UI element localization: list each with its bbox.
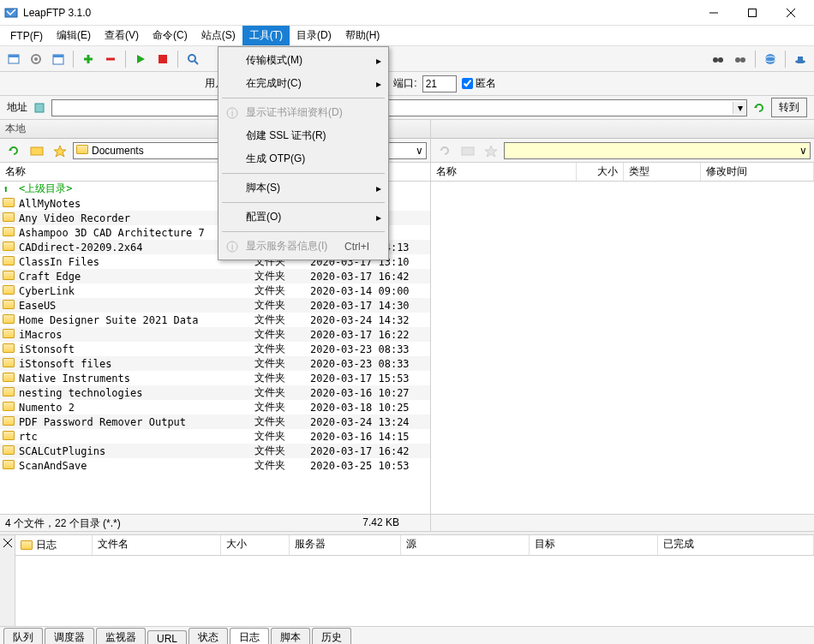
rcol-type[interactable]: 类型 [624,163,701,181]
lcol-size[interactable]: 大小 [221,535,290,555]
refresh-icon[interactable] [752,101,766,115]
dropdown-item[interactable]: 配置(O)▸ [220,206,386,229]
svg-point-22 [765,54,775,64]
globe-icon[interactable] [760,49,781,69]
svg-rect-15 [159,55,167,63]
bottom-tab-脚本[interactable]: 脚本 [271,628,310,644]
tools-dropdown: 传输模式(M)▸在完成时(C)▸i显示证书详细资料(D)创建 SSL 证书(R)… [218,46,389,260]
log-body[interactable] [15,556,814,626]
main-toolbar [0,46,814,72]
file-row[interactable]: iMacros文件夹2020-03-17 16:22 [0,327,430,342]
rcol-name[interactable]: 名称 [431,163,577,181]
remote-path-combo[interactable]: ∨ [504,142,811,159]
dropdown-item[interactable]: 生成 OTP(G) [220,147,386,170]
gear-icon[interactable] [26,49,46,69]
svg-marker-32 [485,146,497,157]
rcol-size[interactable]: 大小 [577,163,624,181]
port-input[interactable] [422,75,457,92]
lcol-source[interactable]: 源 [401,535,530,555]
rcol-date[interactable]: 修改时间 [701,163,814,181]
close-panel-button[interactable] [0,535,15,626]
bottom-tab-监视器[interactable]: 监视器 [96,628,146,644]
bottom-tabs: 队列调度器监视器URL状态日志脚本历史 [0,626,814,644]
go-button[interactable]: 转到 [771,98,807,117]
menu-item-4[interactable]: 站点(S) [195,26,242,45]
address-combo[interactable]: ▾ [51,99,747,116]
minimize-button[interactable] [694,1,733,25]
lcol-done[interactable]: 已完成 [658,535,814,555]
folder-remote-icon[interactable] [458,140,478,161]
folder-icon [76,145,88,157]
dropdown-item[interactable]: 在完成时(C)▸ [220,72,386,95]
file-row[interactable]: EaseUS文件夹2020-03-17 14:30 [0,298,430,313]
dropdown-item[interactable]: 创建 SSL 证书(R) [220,124,386,147]
refresh-remote-icon[interactable] [434,140,455,161]
dropdown-item[interactable]: 脚本(S)▸ [220,176,386,200]
file-row[interactable]: rtc文件夹2020-03-16 14:15 [0,429,430,444]
menu-item-1[interactable]: 编辑(E) [50,26,98,45]
svg-rect-25 [798,57,803,62]
lcol-file[interactable]: 文件名 [93,535,221,555]
close-button[interactable] [771,1,810,25]
calendar-icon[interactable] [48,49,69,69]
hat-icon[interactable] [790,49,811,69]
address-toolbar: 地址 ▾ 转到 [0,96,814,120]
remote-toolbar: ∨ [431,139,814,163]
connection-toolbar: 用户: 端口: 匿名 [0,72,814,96]
menu-item-3[interactable]: 命令(C) [146,26,195,45]
add-icon[interactable] [78,49,99,69]
col-name[interactable]: 名称 [0,163,240,181]
menu-item-6[interactable]: 目录(D) [290,26,338,45]
port-label: 端口: [393,76,416,91]
file-row[interactable]: Native Instruments文件夹2020-03-17 15:53 [0,371,430,385]
file-row[interactable]: SCALCutPlugins文件夹2020-03-17 16:42 [0,444,430,458]
menu-item-7[interactable]: 帮助(H) [338,26,387,45]
file-row[interactable]: CyberLink文件夹2020-03-14 09:00 [0,283,430,298]
remote-file-list[interactable] [431,182,814,514]
bottom-tab-历史[interactable]: 历史 [312,628,351,644]
file-row[interactable]: Home Designer Suite 2021 Data文件夹2020-03-… [0,313,430,327]
refresh-local-icon[interactable] [3,140,24,161]
svg-point-20 [735,57,740,63]
bottom-tab-日志[interactable]: 日志 [230,628,269,644]
stop-icon[interactable] [153,49,173,69]
main-area: 本地 Documents ∨ 名称 ⬆<上级目录>AllMyNotesAny V… [0,120,814,531]
menu-item-2[interactable]: 查看(V) [98,26,146,45]
svg-point-8 [34,57,38,61]
svg-rect-6 [9,55,19,57]
file-row[interactable]: Craft Edge文件夹2020-03-17 16:42 [0,269,430,283]
svg-rect-2 [748,9,756,16]
bottom-tab-调度器[interactable]: 调度器 [45,628,94,644]
bottom-tab-URL[interactable]: URL [147,630,187,644]
remove-icon[interactable] [100,49,121,69]
file-row[interactable]: iStonsoft文件夹2020-03-23 08:33 [0,342,430,356]
file-row[interactable]: ScanAndSave文件夹2020-03-25 10:53 [0,458,430,473]
file-row[interactable]: iStonsoft files文件夹2020-03-23 08:33 [0,356,430,371]
lcol-server[interactable]: 服务器 [290,535,401,555]
file-row[interactable]: Numento 2文件夹2020-03-18 10:25 [0,400,430,414]
file-row[interactable]: nesting technologies文件夹2020-03-16 10:27 [0,385,430,400]
binoculars-icon[interactable] [708,49,728,69]
remote-pane: ∨ 名称 大小 类型 修改时间 [431,120,814,531]
folder-up-icon[interactable] [27,140,47,161]
dropdown-item[interactable]: 传输模式(M)▸ [220,49,386,72]
play-icon[interactable] [130,49,151,69]
lcol-log[interactable]: 日志 [15,535,93,555]
bottom-area: 日志 文件名 大小 服务器 源 目标 已完成 队列调度器监视器URL状态日志脚本… [0,535,814,644]
site-manager-icon[interactable] [3,49,24,69]
bottom-tab-状态[interactable]: 状态 [189,628,228,644]
lcol-target[interactable]: 目标 [530,535,658,555]
star-remote-icon[interactable] [481,140,501,161]
menu-item-5[interactable]: 工具(T) [242,26,290,45]
star-icon[interactable] [50,140,70,161]
file-row[interactable]: PDF Password Remover Output文件夹2020-03-24… [0,414,430,429]
binoculars2-icon[interactable] [730,49,751,69]
svg-rect-31 [462,147,474,155]
maximize-button[interactable] [733,1,771,25]
anonymous-checkbox[interactable]: 匿名 [462,76,496,91]
bottom-tab-队列[interactable]: 队列 [3,628,43,644]
svg-rect-10 [53,55,63,57]
search-icon[interactable] [183,49,203,69]
svg-point-21 [740,57,745,63]
menu-item-0[interactable]: FTP(F) [3,27,50,45]
